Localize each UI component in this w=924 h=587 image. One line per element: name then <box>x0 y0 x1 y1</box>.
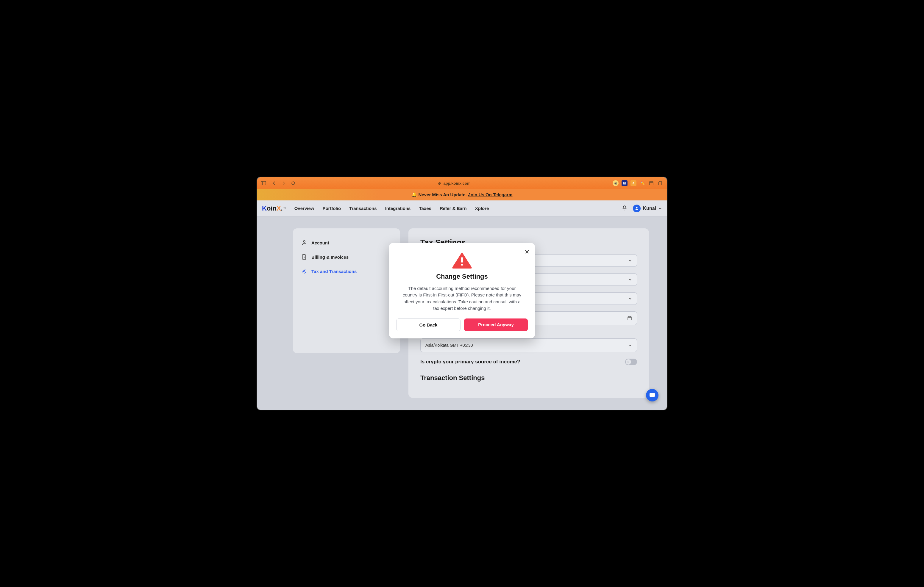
chevron-down-icon <box>658 207 662 210</box>
reload-icon[interactable] <box>290 181 296 186</box>
timezone-value: Asia/Kolkata GMT +05:30 <box>426 343 473 348</box>
svg-rect-2 <box>650 181 653 185</box>
extension-icon-4[interactable] <box>648 180 654 186</box>
extension-icon-1[interactable]: ◉ <box>613 180 619 186</box>
titlebar-right-icons: ◉ ⊞ a ✏️ <box>613 180 663 186</box>
chevron-down-icon <box>629 278 632 281</box>
nav-refer[interactable]: Refer & Earn <box>440 206 467 211</box>
primary-income-row: Is crypto your primary source of income?… <box>420 358 637 365</box>
svg-rect-11 <box>628 317 631 320</box>
nav-transactions[interactable]: Transactions <box>349 206 377 211</box>
extension-icon-3[interactable]: a <box>630 180 637 186</box>
svg-rect-0 <box>261 181 266 185</box>
link-icon <box>438 181 441 185</box>
svg-rect-15 <box>461 257 463 263</box>
nav-xplore[interactable]: Xplore <box>475 206 489 211</box>
bell-icon[interactable] <box>622 205 627 212</box>
avatar <box>633 205 640 212</box>
proceed-button[interactable]: Proceed Anyway <box>464 319 528 331</box>
tabs-icon[interactable] <box>657 180 663 186</box>
nav-portfolio[interactable]: Portfolio <box>322 206 341 211</box>
document-icon <box>301 254 307 260</box>
chat-fab[interactable] <box>646 389 658 401</box>
user-menu[interactable]: Kunal <box>633 205 662 212</box>
sidebar-item-label: Tax and Transactions <box>311 269 356 274</box>
banner-link[interactable]: Join Us On Telegarm <box>468 192 513 197</box>
select-timezone[interactable]: Asia/Kolkata GMT +05:30 <box>420 339 637 352</box>
url-text: app.koinx.com <box>443 181 470 186</box>
pencil-icon[interactable]: ✏️ <box>639 180 645 186</box>
browser-titlebar: app.koinx.com ◉ ⊞ a ✏️ <box>257 177 667 189</box>
user-name: Kunal <box>643 206 656 211</box>
calendar-icon <box>627 316 632 321</box>
svg-point-16 <box>461 263 463 265</box>
svg-point-5 <box>636 207 637 208</box>
sidebar-item-billing[interactable]: Billing & Invoices <box>293 250 400 264</box>
chevron-down-icon <box>629 297 632 300</box>
modal-title: Change Settings <box>396 273 528 280</box>
nav-taxes[interactable]: Taxes <box>419 206 431 211</box>
sidebar-item-label: Account <box>311 240 329 245</box>
back-icon[interactable] <box>272 181 277 186</box>
sidebar-toggle-icon[interactable] <box>261 181 266 186</box>
go-back-button[interactable]: Go Back <box>396 319 460 331</box>
svg-point-6 <box>304 240 305 242</box>
settings-sidebar: Account Billing & Invoices Tax and Trans… <box>293 229 400 353</box>
svg-rect-4 <box>658 182 662 185</box>
chevron-down-icon <box>629 344 632 347</box>
chevron-down-icon <box>629 259 632 262</box>
nav-items: Overview Portfolio Transactions Integrat… <box>294 206 489 211</box>
sidebar-item-account[interactable]: Account <box>293 235 400 250</box>
close-icon[interactable]: ✕ <box>525 248 530 255</box>
primary-income-question: Is crypto your primary source of income? <box>420 359 520 365</box>
nav-integrations[interactable]: Integrations <box>385 206 411 211</box>
sidebar-item-tax[interactable]: Tax and Transactions <box>293 264 400 278</box>
top-nav: KoinX.™ Overview Portfolio Transactions … <box>257 201 667 217</box>
modal-body: The default accounting method recommende… <box>396 285 528 312</box>
logo[interactable]: KoinX.™ <box>262 205 286 212</box>
url-bar[interactable]: app.koinx.com <box>438 181 470 186</box>
svg-point-10 <box>304 271 305 272</box>
nav-overview[interactable]: Overview <box>294 206 314 211</box>
sidebar-item-label: Billing & Invoices <box>311 255 348 260</box>
app-window: app.koinx.com ◉ ⊞ a ✏️ 🔔 Never Miss An U… <box>257 177 667 410</box>
promo-banner: 🔔 Never Miss An Update- Join Us On Teleg… <box>257 189 667 201</box>
warning-icon <box>396 251 528 268</box>
forward-icon[interactable] <box>281 181 286 186</box>
person-icon <box>301 240 307 246</box>
banner-text: 🔔 Never Miss An Update- <box>411 192 468 197</box>
primary-income-toggle[interactable]: ✕ <box>625 358 637 365</box>
toggle-knob: ✕ <box>626 359 631 365</box>
extension-icon-2[interactable]: ⊞ <box>622 180 627 186</box>
section-title-transaction: Transaction Settings <box>420 374 637 382</box>
change-settings-modal: ✕ Change Settings The default accounting… <box>389 243 535 339</box>
gear-icon <box>301 268 307 274</box>
